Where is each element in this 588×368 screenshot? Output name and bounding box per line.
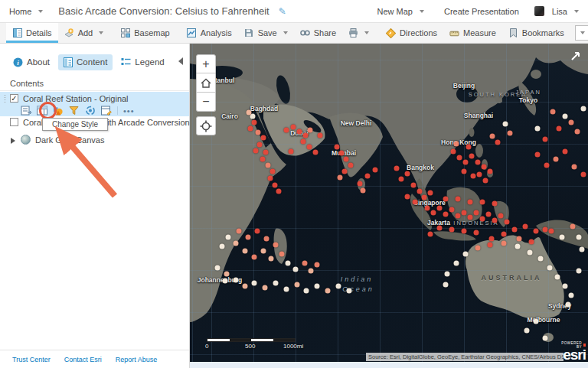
layer-item-original[interactable]: ✓ Coral Reef Station - Original [0, 92, 189, 116]
details-button[interactable]: Details [6, 23, 58, 43]
station-point[interactable] [365, 174, 371, 179]
station-point[interactable] [295, 282, 300, 288]
station-point[interactable] [451, 149, 456, 155]
station-point[interactable] [417, 189, 423, 194]
show-table-icon[interactable] [37, 106, 47, 116]
station-point[interactable] [304, 288, 309, 294]
user-menu[interactable]: Lisa [552, 7, 567, 16]
station-point[interactable] [237, 229, 242, 234]
station-point[interactable] [456, 197, 461, 202]
station-point[interactable] [399, 177, 404, 182]
station-point[interactable] [469, 154, 475, 159]
station-point[interactable] [413, 200, 418, 205]
perform-analysis-icon[interactable] [85, 106, 96, 116]
station-point[interactable] [535, 126, 541, 132]
station-point[interactable] [291, 125, 296, 130]
station-point[interactable] [339, 151, 345, 156]
find-my-location-button[interactable] [196, 116, 216, 135]
station-point[interactable] [569, 120, 574, 125]
station-point[interactable] [549, 229, 554, 234]
station-point[interactable] [557, 126, 562, 132]
report-abuse-link[interactable]: Report Abuse [116, 356, 158, 363]
station-point[interactable] [224, 272, 230, 277]
layer-item-basemap[interactable]: Dark Gray Canvas [0, 134, 189, 148]
station-point[interactable] [501, 232, 507, 237]
station-point[interactable] [279, 252, 285, 257]
station-point[interactable] [307, 145, 312, 150]
station-point[interactable] [264, 236, 270, 242]
station-point[interactable] [234, 278, 239, 283]
station-point[interactable] [454, 142, 459, 147]
station-point[interactable] [268, 176, 273, 181]
station-point[interactable] [411, 183, 416, 188]
station-point[interactable] [474, 230, 479, 236]
station-point[interactable] [215, 265, 220, 271]
station-point[interactable] [580, 247, 585, 252]
station-point[interactable] [445, 272, 450, 277]
station-point[interactable] [570, 224, 576, 230]
station-point[interactable] [474, 210, 479, 216]
station-point[interactable] [517, 236, 522, 242]
station-point[interactable] [575, 129, 580, 135]
station-point[interactable] [505, 220, 510, 225]
station-point[interactable] [501, 241, 507, 246]
station-point[interactable] [463, 160, 469, 165]
layer-name[interactable]: Coral Reef Station - Original [23, 94, 129, 103]
station-point[interactable] [273, 183, 278, 188]
contact-esri-link[interactable]: Contact Esri [64, 356, 102, 363]
station-point[interactable] [529, 239, 534, 245]
map-canvas[interactable]: IstanbulBaghdadCairoDubaiNew DelhiMumbai… [190, 44, 588, 362]
station-point[interactable] [456, 213, 461, 219]
station-point[interactable] [309, 269, 314, 274]
station-point[interactable] [569, 293, 574, 298]
analysis-button[interactable]: Analysis [181, 23, 238, 43]
station-point[interactable] [234, 241, 239, 246]
station-point[interactable] [437, 226, 443, 231]
station-point[interactable] [252, 281, 257, 286]
station-point[interactable] [457, 155, 462, 161]
station-point[interactable] [303, 133, 309, 138]
station-point[interactable] [405, 194, 410, 200]
station-point[interactable] [243, 249, 248, 254]
station-point[interactable] [577, 235, 582, 240]
station-point[interactable] [243, 284, 248, 289]
station-point[interactable] [534, 229, 539, 234]
station-point[interactable] [454, 261, 459, 266]
station-point[interactable] [361, 188, 366, 194]
share-button[interactable]: Share [294, 23, 342, 43]
station-point[interactable] [492, 201, 498, 207]
station-point[interactable] [538, 256, 544, 262]
show-legend-icon[interactable] [21, 106, 31, 116]
station-point[interactable] [261, 249, 266, 254]
station-point[interactable] [480, 200, 485, 205]
station-point[interactable] [498, 213, 504, 219]
station-point[interactable] [482, 164, 487, 170]
station-point[interactable] [543, 137, 548, 142]
station-point[interactable] [247, 110, 252, 116]
station-point[interactable] [266, 163, 271, 168]
station-point[interactable] [550, 109, 556, 115]
station-point[interactable] [535, 152, 541, 158]
station-point[interactable] [348, 163, 354, 168]
station-point[interactable] [554, 157, 559, 162]
tab-content[interactable]: Content [58, 54, 113, 70]
directions-button[interactable]: Directions [380, 23, 443, 43]
station-point[interactable] [475, 246, 481, 251]
expand-arrow-icon[interactable] [11, 138, 15, 144]
new-map-menu[interactable]: New Map [377, 7, 413, 16]
station-point[interactable] [437, 206, 443, 211]
station-point[interactable] [563, 114, 568, 119]
station-point[interactable] [313, 150, 318, 155]
station-point[interactable] [566, 302, 571, 308]
home-menu[interactable]: Home [9, 7, 31, 16]
station-point[interactable] [543, 227, 548, 233]
user-avatar[interactable] [534, 6, 544, 16]
station-point[interactable] [443, 197, 449, 202]
station-point[interactable] [468, 215, 473, 220]
layer-checkbox-checked[interactable]: ✓ [10, 94, 18, 103]
station-point[interactable] [503, 122, 508, 127]
station-point[interactable] [466, 145, 472, 150]
station-point[interactable] [358, 181, 363, 187]
station-point[interactable] [428, 232, 433, 237]
station-point[interactable] [315, 262, 320, 268]
